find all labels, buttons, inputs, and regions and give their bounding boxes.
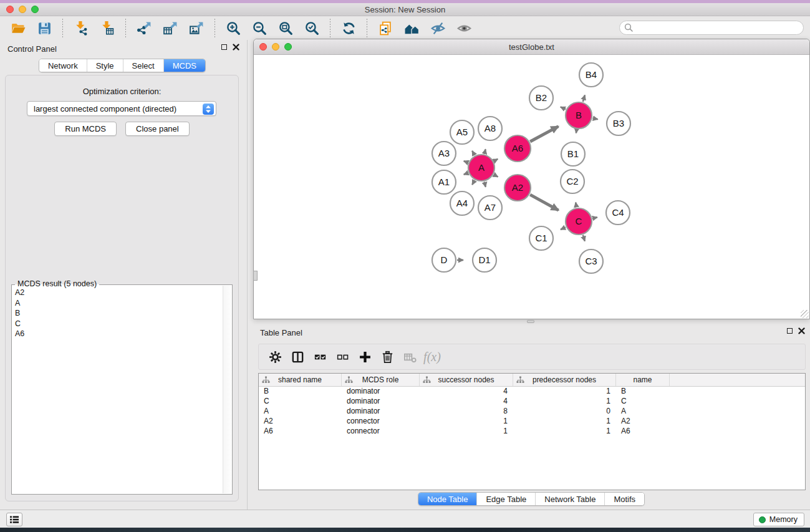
memory-button[interactable]: Memory: [753, 513, 804, 526]
mcds-list-scrollbar[interactable]: [223, 286, 231, 493]
mcds-result-item[interactable]: C: [13, 319, 221, 329]
tab-style[interactable]: Style: [87, 59, 123, 72]
column-header-shared-name[interactable]: shared name: [259, 374, 342, 386]
graph-node-A3[interactable]: A3: [432, 142, 456, 165]
task-history-button[interactable]: [6, 513, 22, 526]
table-row[interactable]: Adominator80A: [259, 407, 805, 417]
column-header-successor-nodes[interactable]: successor nodes: [420, 374, 513, 386]
graph-edge-C-C1[interactable]: [561, 227, 566, 230]
graph-edge-B-B3[interactable]: [593, 118, 598, 120]
graph-edge-A2-C[interactable]: [530, 195, 558, 210]
float-table-panel-icon[interactable]: [787, 328, 793, 334]
graph-node-B2[interactable]: B2: [529, 86, 553, 110]
zoom-out-button[interactable]: [249, 18, 270, 38]
graph-node-B3[interactable]: B3: [607, 112, 630, 135]
graph-edge-C-C2[interactable]: [576, 203, 576, 208]
graph-node-C1[interactable]: C1: [529, 226, 553, 250]
tab-network[interactable]: Network: [39, 59, 87, 72]
graph-edge-A-A8[interactable]: [485, 149, 486, 153]
graph-node-A8[interactable]: A8: [478, 117, 502, 140]
graph-edge-A-A3[interactable]: [464, 161, 468, 163]
tab-node-table[interactable]: Node Table: [418, 493, 477, 505]
table-settings-button[interactable]: [264, 346, 286, 367]
graph-edge-A-A5[interactable]: [472, 151, 475, 155]
graph-node-A6[interactable]: A6: [504, 135, 531, 162]
graph-node-C3[interactable]: C3: [579, 249, 603, 273]
copy-network-button[interactable]: [375, 18, 396, 38]
refresh-view-button[interactable]: [338, 18, 359, 38]
home-view-button[interactable]: [401, 18, 422, 38]
zoom-selected-button[interactable]: [301, 18, 322, 38]
tab-network-table[interactable]: Network Table: [535, 493, 604, 505]
close-table-panel-icon[interactable]: [798, 327, 805, 334]
graph-edge-A-A6[interactable]: [494, 159, 498, 161]
show-all-button[interactable]: [453, 18, 475, 38]
network-canvas[interactable]: AA1A2A3A4A5A6A7A8BB1B2B3B4CC1C2C3C4DD1: [254, 55, 809, 319]
search-input[interactable]: [619, 21, 804, 35]
unselect-all-columns-button[interactable]: [331, 346, 354, 367]
graph-edge-A-A2[interactable]: [494, 175, 498, 177]
mcds-result-item[interactable]: A6: [13, 329, 221, 339]
graph-node-D[interactable]: D: [432, 248, 456, 272]
show-columns-button[interactable]: [286, 346, 309, 367]
run-mcds-button[interactable]: Run MCDS: [54, 122, 117, 136]
graph-edge-C-C4[interactable]: [592, 217, 597, 218]
graph-node-B[interactable]: B: [566, 102, 592, 128]
graph-edge-B-B4[interactable]: [583, 95, 585, 102]
horizontal-splitter-handle[interactable]: [527, 320, 534, 323]
graph-edge-B-B1[interactable]: [576, 130, 577, 133]
network-resize-grip[interactable]: [801, 310, 809, 318]
graph-node-A1[interactable]: A1: [432, 170, 456, 194]
optimization-criterion-select[interactable]: largest connected component (directed): [27, 101, 216, 116]
graph-node-B4[interactable]: B4: [579, 63, 603, 87]
graph-edge-A-A1[interactable]: [464, 173, 468, 175]
delete-columns-button[interactable]: [376, 346, 398, 367]
column-header-MCDS-role[interactable]: MCDS role: [342, 374, 420, 386]
open-file-button[interactable]: [7, 18, 29, 38]
graph-node-A[interactable]: A: [468, 155, 494, 181]
tab-select[interactable]: Select: [123, 59, 163, 72]
graph-node-C[interactable]: C: [566, 208, 592, 235]
graph-node-A7[interactable]: A7: [478, 196, 502, 220]
graph-node-B1[interactable]: B1: [561, 142, 585, 166]
graph-node-C4[interactable]: C4: [606, 201, 630, 225]
graph-node-D1[interactable]: D1: [473, 248, 496, 272]
graph-node-C2[interactable]: C2: [561, 170, 584, 193]
close-panel-icon[interactable]: [233, 44, 239, 51]
panel-splitter[interactable]: [247, 40, 248, 510]
export-table-button[interactable]: [160, 18, 181, 38]
graph-edge-A-A7[interactable]: [485, 181, 486, 186]
graph-node-A4[interactable]: A4: [450, 191, 474, 215]
table-row[interactable]: A6connector11A6: [259, 427, 805, 437]
tab-edge-table[interactable]: Edge Table: [476, 493, 535, 505]
graph-edge-A-A4[interactable]: [472, 180, 475, 185]
mcds-result-item[interactable]: A: [13, 298, 221, 309]
create-column-button[interactable]: [354, 346, 376, 367]
mcds-result-item[interactable]: A2: [13, 288, 221, 298]
export-network-button[interactable]: [133, 18, 155, 38]
table-row[interactable]: A2connector11A2: [259, 417, 805, 427]
column-header-predecessor-nodes[interactable]: predecessor nodes: [513, 374, 616, 386]
graph-edge-C-C3[interactable]: [583, 235, 585, 241]
close-panel-button[interactable]: Close panel: [125, 122, 190, 136]
graph-edge-B-B2[interactable]: [561, 107, 566, 109]
import-network-button[interactable]: [70, 18, 92, 38]
graph-edge-A6-B[interactable]: [530, 127, 558, 142]
select-all-columns-button[interactable]: [309, 346, 331, 367]
export-image-button[interactable]: [186, 18, 207, 38]
column-header-name[interactable]: name: [616, 374, 670, 386]
import-table-button[interactable]: [97, 18, 118, 38]
zoom-in-button[interactable]: [223, 18, 244, 38]
save-session-button[interactable]: [34, 18, 55, 38]
zoom-fit-button[interactable]: [275, 18, 296, 38]
table-row[interactable]: Bdominator41B: [259, 387, 805, 397]
table-row[interactable]: Cdominator41C: [259, 397, 805, 407]
tab-motifs[interactable]: Motifs: [604, 493, 644, 505]
hide-selected-button[interactable]: [427, 18, 448, 38]
mcds-result-item[interactable]: B: [13, 308, 221, 319]
float-panel-icon[interactable]: [221, 44, 227, 50]
tab-mcds[interactable]: MCDS: [163, 59, 205, 72]
graph-node-A2[interactable]: A2: [504, 175, 531, 201]
network-left-splitter-handle[interactable]: [253, 271, 258, 281]
graph-node-A5[interactable]: A5: [450, 120, 474, 144]
